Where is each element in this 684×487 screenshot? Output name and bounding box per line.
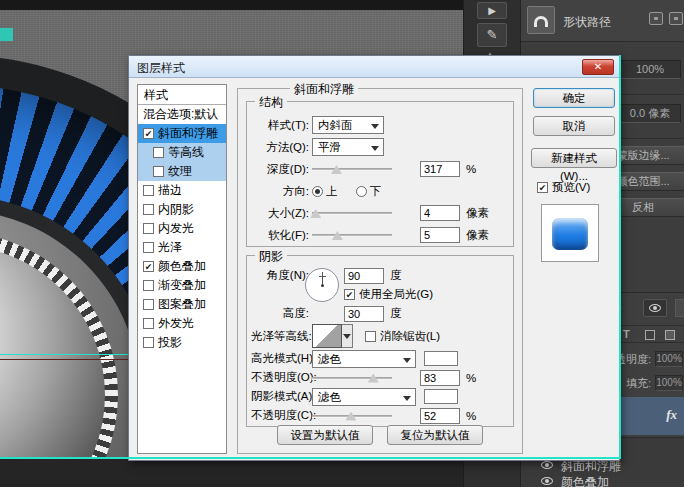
checkbox-icon[interactable]: [143, 337, 154, 348]
shadow-mode-label: 阴影模式(A):: [251, 389, 309, 404]
style-list-item[interactable]: 颜色叠加: [138, 257, 226, 276]
soften-input[interactable]: 5: [420, 227, 460, 243]
style-item-label: 混合选项:默认: [143, 106, 218, 123]
cancel-button[interactable]: 取消: [533, 116, 615, 136]
fill-value[interactable]: 100%: [655, 375, 683, 391]
close-button[interactable]: ✕: [582, 59, 614, 75]
mask-feather-value[interactable]: 0.0 像素: [619, 104, 681, 123]
checkbox-icon[interactable]: [143, 280, 154, 291]
size-input[interactable]: 4: [420, 205, 460, 221]
direction-up-radio[interactable]: [312, 186, 323, 197]
highlight-color-swatch[interactable]: [424, 351, 458, 366]
checkbox-icon[interactable]: [143, 185, 154, 196]
checkbox-icon[interactable]: [143, 223, 154, 234]
style-list-item[interactable]: 渐变叠加: [138, 276, 226, 295]
technique-label: 方法(Q):: [251, 140, 309, 155]
shadow-opacity-unit: %: [466, 410, 476, 422]
shadow-opacity-slider[interactable]: [312, 410, 392, 422]
checkbox-icon[interactable]: [143, 242, 154, 253]
preview-row: 预览(V): [537, 180, 619, 195]
contour-dropdown-arrow[interactable]: [342, 324, 353, 348]
style-item-label: 渐变叠加: [158, 277, 206, 294]
style-item-label: 图案叠加: [158, 296, 206, 313]
style-list-item[interactable]: 图案叠加: [138, 295, 226, 314]
soften-unit: 像素: [466, 228, 489, 243]
style-list-item[interactable]: 内发光: [138, 219, 226, 238]
checkbox-icon[interactable]: [143, 261, 154, 272]
shape-path-row[interactable]: 形状路径: [521, 0, 684, 42]
effect-item-color-overlay[interactable]: 颜色叠加: [561, 474, 609, 487]
style-list-item[interactable]: 混合选项:默认: [138, 105, 226, 124]
checkbox-icon[interactable]: [143, 128, 154, 139]
checkbox-icon[interactable]: [153, 166, 164, 177]
layer-style-dialog: 图层样式 ✕ 样式 混合选项:默认 斜面和浮雕 等高线 纹理: [128, 55, 620, 461]
style-list-item[interactable]: 等高线: [138, 143, 226, 162]
shadow-opacity-label: 不透明度(C):: [251, 408, 309, 423]
technique-select[interactable]: 平滑: [312, 138, 384, 156]
depth-input[interactable]: 317: [420, 161, 460, 177]
eye-icon[interactable]: [541, 461, 553, 469]
style-item-label: 内阴影: [158, 201, 194, 218]
set-default-button[interactable]: 设置为默认值: [277, 425, 373, 445]
style-list-item[interactable]: 斜面和浮雕: [138, 124, 226, 143]
checkbox-icon[interactable]: [143, 204, 154, 215]
style-list-item[interactable]: 纹理: [138, 162, 226, 181]
highlight-mode-select[interactable]: 滤色: [312, 350, 416, 368]
shadow-opacity-input[interactable]: 52: [420, 408, 460, 424]
angle-unit: 度: [390, 268, 402, 283]
reset-default-button[interactable]: 复位为默认值: [387, 425, 483, 445]
style-item-label: 纹理: [168, 163, 192, 180]
checkbox-icon[interactable]: [143, 299, 154, 310]
checkbox-icon[interactable]: [153, 147, 164, 158]
angle-dial[interactable]: [305, 268, 339, 302]
new-style-button[interactable]: 新建样式(W)...: [531, 148, 617, 168]
style-list-item[interactable]: 光泽: [138, 238, 226, 257]
styles-list: 样式 混合选项:默认 斜面和浮雕 等高线 纹理: [137, 84, 227, 454]
highlight-mode-label: 高光模式(H):: [251, 351, 309, 366]
depth-slider[interactable]: [312, 163, 392, 175]
size-label: 大小(Z):: [251, 206, 309, 221]
eye-icon[interactable]: [541, 477, 553, 485]
dialog-titlebar[interactable]: 图层样式 ✕: [129, 56, 619, 78]
size-slider[interactable]: [312, 207, 392, 219]
direction-down-radio[interactable]: [356, 186, 367, 197]
global-light-checkbox[interactable]: [344, 289, 355, 300]
style-list-item[interactable]: 内阴影: [138, 200, 226, 219]
actions-panel-icon[interactable]: ▶: [477, 2, 507, 19]
checkbox-icon[interactable]: [143, 318, 154, 329]
bevel-style-select[interactable]: 内斜面: [312, 116, 384, 134]
antialias-checkbox[interactable]: [365, 331, 376, 342]
gloss-contour-thumbnail[interactable]: [312, 324, 342, 348]
opacity-value[interactable]: 100%: [655, 351, 683, 367]
altitude-input[interactable]: 30: [344, 306, 384, 322]
visibility-well[interactable]: [643, 299, 667, 317]
style-list-item[interactable]: 外发光: [138, 314, 226, 333]
bevel-emboss-section: 斜面和浮雕 结构 样式(T): 内斜面 方法(Q): 平滑 深度(D): 317…: [237, 88, 523, 454]
style-list-item[interactable]: 描边: [138, 181, 226, 200]
style-item-label: 内发光: [158, 220, 194, 237]
altitude-unit: 度: [390, 306, 402, 321]
direction-label: 方向:: [251, 184, 309, 199]
angle-input[interactable]: 90: [344, 268, 384, 284]
highlight-opacity-input[interactable]: 83: [420, 370, 460, 386]
brush-panel-icon[interactable]: ✎: [477, 23, 507, 47]
ok-button[interactable]: 确定: [533, 88, 615, 108]
shape-path-thumbnail[interactable]: [527, 6, 555, 34]
add-vector-mask-icon[interactable]: [669, 12, 683, 25]
type-filter-icon[interactable]: T: [623, 328, 630, 340]
fx-badge[interactable]: fx: [666, 407, 677, 423]
smart-object-filter-icon[interactable]: [665, 330, 675, 340]
style-list-item[interactable]: 投影: [138, 333, 226, 352]
shape-filter-icon[interactable]: [645, 330, 655, 340]
guide-horizontal-cyan: [0, 457, 621, 459]
style-item-label: 光泽: [158, 239, 182, 256]
direction-down-label: 下: [370, 184, 382, 199]
preview-label: 预览(V): [552, 180, 590, 195]
add-pixel-mask-icon[interactable]: [649, 12, 663, 25]
shadow-mode-select[interactable]: 滤色: [312, 388, 416, 406]
shadow-color-swatch[interactable]: [424, 389, 458, 404]
soften-slider[interactable]: [312, 229, 392, 241]
preview-checkbox[interactable]: [537, 182, 548, 193]
highlight-opacity-slider[interactable]: [312, 372, 392, 384]
mask-density-value[interactable]: 100%: [619, 60, 681, 79]
